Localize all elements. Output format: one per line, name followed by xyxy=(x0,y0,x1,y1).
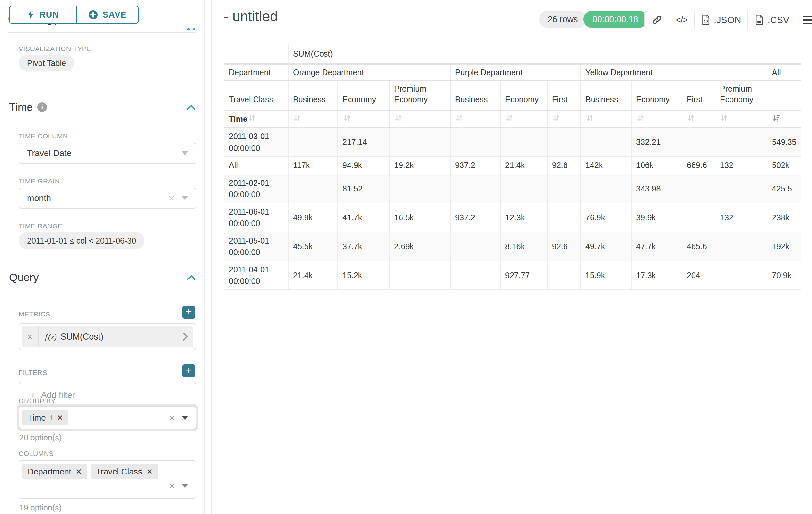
row-header-sort-cell[interactable]: Time xyxy=(224,110,288,128)
columns-label: COLUMNS xyxy=(19,450,54,457)
pivot-row-label: 2011-06-01 00:00:00 xyxy=(224,203,288,232)
sortable-column-cell[interactable] xyxy=(682,110,715,128)
pivot-cell: 19.2k xyxy=(389,157,450,174)
tag-label: Time xyxy=(28,413,46,423)
sort-icon[interactable] xyxy=(293,114,302,124)
sort-icon[interactable] xyxy=(455,114,464,124)
sort-icon[interactable] xyxy=(343,114,351,124)
pivot-cell: 92.6 xyxy=(547,232,581,261)
time-column-select[interactable]: Travel Date xyxy=(19,143,196,164)
pivot-cell: 927.77 xyxy=(500,261,547,290)
pivot-cell xyxy=(715,174,767,203)
column-leaf-header: Business xyxy=(450,81,500,110)
sort-icon[interactable] xyxy=(394,114,403,124)
pivot-cell: 465.6 xyxy=(682,232,715,261)
more-options-button[interactable] xyxy=(795,11,812,29)
group-by-select[interactable]: Time i ✕ × xyxy=(19,406,196,429)
collapse-chevron-icon[interactable] xyxy=(186,104,196,110)
sort-icon[interactable] xyxy=(248,114,256,124)
pivot-cell xyxy=(682,174,715,203)
pivot-row-label: 2011-03-01 00:00:00 xyxy=(224,128,288,157)
pivot-cell: 94.9k xyxy=(338,157,389,174)
table-row: 2011-03-01 00:00:00217.14332.21549.35 xyxy=(224,128,801,157)
pivot-cell: 132 xyxy=(715,157,767,174)
add-filter-plus-button[interactable]: + xyxy=(182,364,195,377)
sortable-column-cell[interactable] xyxy=(581,110,631,128)
pivot-cell: 49.9k xyxy=(288,203,338,232)
dimension-label-cell: Department xyxy=(224,64,288,81)
copy-link-button[interactable] xyxy=(645,11,669,29)
add-metric-button[interactable]: + xyxy=(182,306,195,319)
sidebar-scrollbar[interactable] xyxy=(204,0,205,514)
column-leaf-header xyxy=(767,81,801,110)
control-panel: Chart Type RUN SAVE VISUALIZATION TYPE P… xyxy=(0,0,212,514)
pivot-cell: 92.6 xyxy=(547,157,581,174)
export-json-button[interactable]: .JSON xyxy=(694,11,748,29)
sortable-column-cell[interactable] xyxy=(500,110,547,128)
sort-icon[interactable] xyxy=(585,114,594,124)
metric-pill[interactable]: × ƒ(x) SUM(Cost) xyxy=(22,326,193,347)
query-section-title: Query xyxy=(9,271,39,284)
sortable-column-cell[interactable] xyxy=(715,110,767,128)
remove-metric-icon[interactable]: × xyxy=(22,326,38,347)
pivot-cell: 669.6 xyxy=(682,157,715,174)
view-query-button[interactable]: </> xyxy=(669,11,694,29)
tag-remove-icon[interactable]: ✕ xyxy=(76,467,82,476)
column-leaf-header: First xyxy=(682,81,715,110)
filters-label: FILTERS xyxy=(19,369,47,377)
export-csv-button[interactable]: .CSV xyxy=(748,11,795,29)
clipped-chevron-dot xyxy=(193,28,196,30)
tag-remove-icon[interactable]: ✕ xyxy=(57,413,63,422)
sortable-column-cell[interactable] xyxy=(288,110,338,128)
column-group-header: Orange Department xyxy=(288,64,450,81)
pivot-cell xyxy=(500,174,547,203)
run-button[interactable]: RUN xyxy=(9,6,77,24)
column-leaf-header: Premium Economy xyxy=(389,81,450,110)
pivot-cell xyxy=(389,128,450,157)
pivot-cell xyxy=(682,203,715,232)
sort-icon[interactable] xyxy=(636,114,645,124)
sortable-column-cell[interactable] xyxy=(338,110,389,128)
column-leaf-header: Business xyxy=(288,81,338,110)
columns-select[interactable]: Department ✕ Travel Class ✕ × xyxy=(19,460,196,498)
function-icon: ƒ(x) xyxy=(44,332,57,341)
visualization-type-value[interactable]: Pivot Table xyxy=(19,55,75,71)
pivot-cell: 70.9k xyxy=(767,261,801,290)
pivot-row-label: 2011-04-01 00:00:00 xyxy=(224,261,288,290)
sortable-column-cell[interactable] xyxy=(389,110,450,128)
caret-down-icon xyxy=(182,484,188,488)
sort-icon[interactable] xyxy=(505,114,514,124)
tag-remove-icon[interactable]: ✕ xyxy=(147,467,153,476)
clear-icon[interactable]: × xyxy=(169,193,175,204)
pivot-cell: 106k xyxy=(631,157,682,174)
sortable-column-cell[interactable] xyxy=(450,110,500,128)
time-grain-select[interactable]: month × xyxy=(19,188,196,209)
chart-title[interactable]: - untitled xyxy=(224,8,278,24)
pivot-cell: 45.5k xyxy=(288,232,338,261)
pivot-cell xyxy=(450,174,500,203)
expand-metric-icon[interactable] xyxy=(176,326,193,347)
sort-icon[interactable] xyxy=(687,114,696,124)
pivot-cell: 15.2k xyxy=(338,261,389,290)
clear-icon[interactable]: × xyxy=(169,413,175,423)
pivot-cell: 502k xyxy=(767,157,801,174)
pivot-cell: 117k xyxy=(288,157,338,174)
sort-desc-icon[interactable] xyxy=(772,114,781,124)
link-icon xyxy=(651,15,662,25)
save-button[interactable]: SAVE xyxy=(77,6,139,24)
time-column-label: TIME COLUMN xyxy=(19,132,68,140)
sorted-column-cell[interactable] xyxy=(767,110,801,128)
pivot-cell: 49.7k xyxy=(581,232,631,261)
pivot-cell: 2.69k xyxy=(389,232,450,261)
tag-label: Department xyxy=(28,467,71,477)
clear-icon[interactable]: × xyxy=(169,481,175,491)
sortable-column-cell[interactable] xyxy=(547,110,581,128)
pivot-cell: 81.52 xyxy=(338,174,389,203)
sort-icon[interactable] xyxy=(720,114,729,124)
time-range-value[interactable]: 2011-01-01 ≤ col < 2011-06-30 xyxy=(19,232,144,249)
pivot-cell xyxy=(288,128,338,157)
sortable-column-cell[interactable] xyxy=(631,110,682,128)
sort-icon[interactable] xyxy=(552,114,561,124)
collapse-chevron-icon[interactable] xyxy=(186,274,196,281)
row-header-label: Time xyxy=(229,114,248,124)
